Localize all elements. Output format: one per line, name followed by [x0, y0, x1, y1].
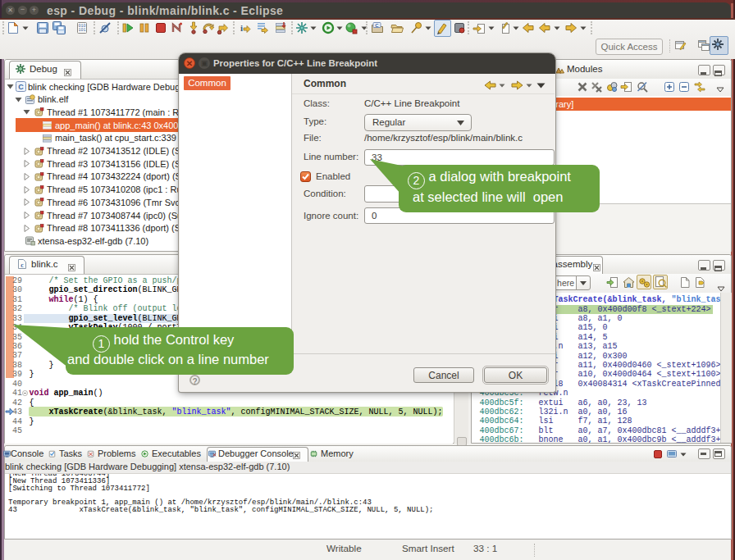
- svg-text:i: i: [240, 23, 243, 33]
- svg-text:101: 101: [78, 28, 85, 33]
- svg-text:C: C: [18, 83, 24, 91]
- svg-text:c: c: [21, 262, 24, 269]
- svg-text:C: C: [375, 23, 379, 28]
